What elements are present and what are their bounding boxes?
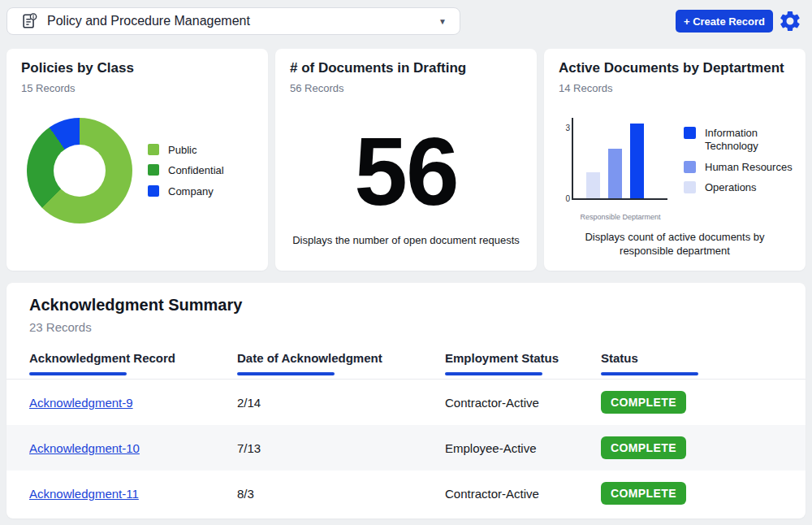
column-header-status: Status: [601, 351, 806, 375]
card-record-count: 15 Records: [21, 82, 75, 94]
column-header-underline: [445, 372, 542, 375]
app-selector-dropdown[interactable]: Policy and Procedure Management ▼: [6, 7, 460, 35]
column-header-underline: [29, 372, 127, 375]
acknowledgment-link[interactable]: Acknowledgment-10: [29, 441, 140, 455]
card-title: Active Documents by Deptartment: [559, 60, 784, 76]
column-header-label: Status: [601, 351, 806, 365]
create-record-button[interactable]: + Create Record: [676, 10, 773, 33]
table-row: Acknowledgment-107/13Employee-ActiveCOMP…: [6, 425, 806, 471]
date-cell: 2/14: [237, 396, 445, 410]
policies-donut-chart: [27, 118, 132, 223]
departments-legend: Information TechnologyHuman ResourcesOpe…: [684, 127, 804, 194]
dashboard-cards: Policies by Class 15 Records PublicConfi…: [6, 49, 806, 271]
record-cell: Acknowledgment-11: [29, 487, 237, 501]
legend-item-confidential: Confidential: [148, 164, 224, 177]
column-header-underline: [237, 372, 335, 375]
app-selector-label: Policy and Procedure Management: [47, 14, 250, 28]
card-active-documents: Active Documents by Deptartment 14 Recor…: [544, 49, 806, 271]
legend-item-operations-chip: [684, 181, 696, 193]
employment-cell: Contractor-Active: [445, 487, 601, 501]
date-cell: 7/13: [237, 441, 445, 455]
column-header-acknowledgment-record: Acknowledgment Record: [29, 351, 237, 375]
legend-item-information-technology-label: Information Technology: [705, 127, 804, 154]
bar-human-resources: [608, 149, 622, 198]
summary-rows: Acknowledgment-92/14Contractor-ActiveCOM…: [6, 380, 806, 516]
card-caption: Displays count of active documents by re…: [557, 231, 793, 258]
record-cell: Acknowledgment-10: [29, 441, 237, 455]
column-header-label: Acknowledgment Record: [29, 351, 237, 365]
legend-item-confidential-label: Confidential: [168, 164, 224, 177]
status-cell: COMPLETE: [601, 436, 806, 459]
legend-item-human-resources-chip: [684, 161, 696, 173]
y-tick-3: 3: [559, 124, 570, 132]
bar-operations: [586, 172, 600, 198]
donut-hole: [54, 145, 106, 197]
y-tick-0: 0: [559, 194, 570, 203]
table-row: Acknowledgment-118/3Contractor-ActiveCOM…: [6, 471, 806, 516]
document-info-icon: [20, 12, 38, 30]
card-title: # of Documents in Drafting: [290, 60, 466, 76]
card-policies-by-class: Policies by Class 15 Records PublicConfi…: [6, 49, 268, 271]
drafting-count-value: 56: [275, 124, 537, 219]
chevron-down-icon: ▼: [438, 17, 447, 26]
status-badge: COMPLETE: [601, 482, 686, 505]
status-cell: COMPLETE: [601, 482, 806, 505]
table-row: Acknowledgment-92/14Contractor-ActiveCOM…: [6, 380, 806, 425]
legend-item-public-chip: [148, 144, 159, 155]
table-header-row: Acknowledgment RecordDate of Acknowledgm…: [6, 351, 806, 375]
column-header-date-of-acknowledgment: Date of Acknowledgment: [237, 351, 445, 375]
legend-item-company-chip: [148, 185, 159, 197]
legend-item-public: Public: [148, 144, 224, 157]
legend-item-information-technology-chip: [684, 127, 696, 139]
card-documents-in-drafting: # of Documents in Drafting 56 Records 56…: [275, 49, 537, 271]
status-cell: COMPLETE: [601, 391, 806, 414]
legend-item-human-resources: Human Resources: [684, 161, 804, 174]
column-header-employment-status: Employment Status: [445, 351, 601, 375]
status-badge: COMPLETE: [601, 436, 686, 459]
acknowledgment-link[interactable]: Acknowledgment-11: [29, 487, 139, 501]
card-record-count: 14 Records: [559, 82, 612, 94]
legend-item-operations: Operations: [684, 181, 804, 194]
bar-group: [573, 118, 667, 198]
employment-cell: Employee-Active: [445, 441, 601, 455]
employment-cell: Contractor-Active: [445, 396, 601, 410]
legend-item-confidential-chip: [148, 164, 159, 176]
legend-item-human-resources-label: Human Resources: [705, 161, 793, 174]
gear-icon[interactable]: [778, 9, 802, 33]
card-caption: Displays the number of open document req…: [288, 234, 524, 248]
legend-item-company: Company: [148, 185, 224, 198]
column-header-label: Date of Acknowledgment: [237, 351, 445, 365]
summary-record-count: 23 Records: [29, 320, 92, 334]
column-header-underline: [601, 372, 698, 375]
policies-legend: PublicConfidentialCompany: [148, 144, 224, 198]
legend-item-operations-label: Operations: [705, 181, 757, 194]
summary-title: Acknowledgment Summary: [29, 296, 242, 315]
x-axis-label: Responsible Deptarment: [564, 213, 677, 221]
departments-bar-chart: 03: [572, 118, 667, 200]
legend-item-company-label: Company: [168, 185, 214, 198]
acknowledgment-link[interactable]: Acknowledgment-9: [29, 396, 133, 410]
record-cell: Acknowledgment-9: [29, 396, 237, 410]
legend-item-information-technology: Information Technology: [684, 127, 804, 154]
bar-information-technology: [630, 124, 644, 198]
card-title: Policies by Class: [21, 60, 134, 76]
status-badge: COMPLETE: [601, 391, 686, 414]
date-cell: 8/3: [237, 487, 445, 501]
column-header-label: Employment Status: [445, 351, 601, 365]
card-record-count: 56 Records: [290, 82, 343, 94]
legend-item-public-label: Public: [168, 144, 197, 157]
acknowledgment-summary-card: Acknowledgment Summary 23 Records Acknow…: [6, 283, 806, 518]
